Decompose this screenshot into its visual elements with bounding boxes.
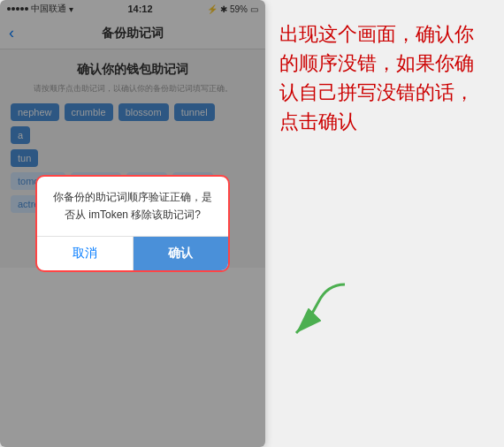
modal-cancel-button[interactable]: 取消	[37, 237, 134, 270]
modal-content: 你备份的助记词顺序验证正确，是否从 imToken 移除该助记词?	[37, 177, 228, 235]
modal-buttons: 取消 确认	[37, 236, 228, 270]
modal-box: 你备份的助记词顺序验证正确，是否从 imToken 移除该助记词? 取消 确认	[35, 175, 230, 271]
modal-text: 你备份的助记词顺序验证正确，是否从 imToken 移除该助记词?	[51, 189, 214, 223]
modal-overlay: 你备份的助记词顺序验证正确，是否从 imToken 移除该助记词? 取消 确认	[0, 0, 265, 447]
modal-confirm-button[interactable]: 确认	[134, 237, 229, 270]
annotation-panel: 出现这个画面，确认你的顺序没错，如果你确认自己拼写没错的话，点击确认	[265, 0, 504, 447]
arrow-container	[283, 276, 354, 350]
annotation-text: 出现这个画面，确认你的顺序没错，如果你确认自己拼写没错的话，点击确认	[279, 19, 490, 136]
arrow-icon	[283, 276, 354, 346]
phone-frame: 中国联通 ▾ 14:12 ⚡ ✱ 59% ▭ ‹ 备份助记词 确认你的钱包助记词…	[0, 0, 265, 447]
